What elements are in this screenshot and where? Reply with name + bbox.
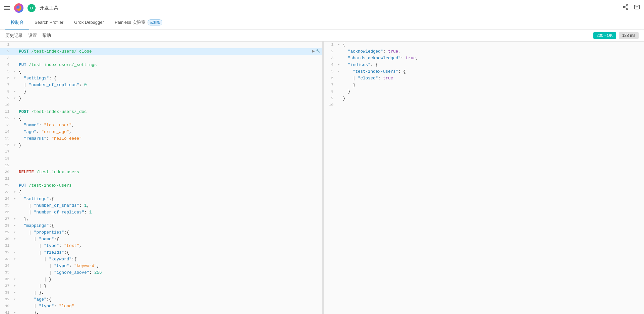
code-line[interactable]: 22PUT /test-index-users — [0, 182, 322, 189]
fold-gutter[interactable] — [12, 243, 17, 243]
code-line[interactable]: 27▾ }, — [0, 216, 322, 223]
fold-gutter[interactable] — [12, 182, 17, 183]
fold-gutter[interactable]: ▾ — [12, 68, 17, 74]
code-line[interactable]: 14 "age": "error_age", — [0, 129, 322, 135]
left-code-editor[interactable]: 1 2POST /test-index-users/_close▶🔧3 4PUT… — [0, 42, 322, 314]
fold-gutter[interactable] — [12, 82, 17, 82]
code-line[interactable]: 32▾ | "fields":{ — [0, 249, 322, 256]
fold-gutter[interactable]: ▾ — [12, 216, 17, 222]
code-line[interactable]: 24▾ "settings":{ — [0, 196, 322, 202]
fold-gutter[interactable] — [12, 155, 17, 156]
fold-gutter[interactable]: ▾ — [12, 196, 17, 202]
code-line[interactable]: 38▾ | }, — [0, 290, 322, 296]
fold-gutter[interactable]: ▾ — [12, 88, 17, 95]
tab-painless-lab[interactable]: Painless 实验室 公测版 — [109, 16, 168, 29]
fold-gutter[interactable] — [12, 48, 17, 49]
fold-gutter[interactable] — [12, 149, 17, 149]
code-line[interactable]: 35 | "ignore_above": 256 — [0, 269, 322, 276]
code-line[interactable]: 39▾ "age":{ — [0, 296, 322, 303]
code-line[interactable]: 37▾ | } — [0, 283, 322, 290]
fold-gutter[interactable] — [12, 202, 17, 203]
fold-gutter[interactable] — [12, 109, 17, 109]
code-line[interactable]: 2POST /test-index-users/_close▶🔧 — [0, 48, 322, 55]
share-icon[interactable] — [623, 4, 629, 12]
fold-gutter[interactable] — [12, 169, 17, 170]
code-line[interactable]: 3 — [0, 55, 322, 62]
fold-gutter[interactable] — [12, 303, 17, 304]
user-avatar[interactable]: D — [28, 4, 36, 12]
fold-gutter[interactable]: ▾ — [12, 276, 17, 282]
code-line[interactable]: 36▾ | } — [0, 276, 322, 283]
line-content — [17, 155, 322, 162]
code-line[interactable]: 34 | "type": "keyword", — [0, 263, 322, 269]
menu-icon[interactable] — [4, 6, 10, 10]
fold-gutter[interactable] — [12, 263, 17, 263]
code-line[interactable]: 12▾{ — [0, 115, 322, 122]
fold-gutter[interactable]: ▾ — [12, 283, 17, 289]
fold-gutter[interactable]: ▾ — [12, 249, 17, 255]
fold-gutter[interactable] — [12, 102, 17, 103]
fold-gutter[interactable]: ▾ — [12, 310, 17, 314]
fold-gutter[interactable] — [12, 122, 17, 123]
code-line[interactable]: 17 — [0, 149, 322, 155]
code-line[interactable]: 31 | "type": "text", — [0, 243, 322, 249]
settings-button[interactable]: 设置 — [28, 33, 37, 39]
fold-gutter[interactable]: ▾ — [12, 95, 17, 101]
fold-gutter[interactable] — [12, 135, 17, 136]
left-editor-panel[interactable]: 1 2POST /test-index-users/_close▶🔧3 4PUT… — [0, 42, 322, 314]
code-line[interactable]: 29▾ | "properties":{ — [0, 229, 322, 236]
fold-gutter[interactable]: ▾ — [12, 75, 17, 81]
code-line[interactable]: 30▾ | "name":{ — [0, 236, 322, 243]
fold-gutter[interactable] — [12, 162, 17, 163]
code-line[interactable]: 16▾} — [0, 142, 322, 149]
code-line[interactable]: 11POST /test-index-users/_doc — [0, 109, 322, 115]
history-button[interactable]: 历史记录 — [5, 33, 23, 39]
code-line[interactable]: 21 — [0, 176, 322, 182]
wrench-button[interactable]: 🔧 — [316, 49, 321, 53]
code-line[interactable]: 41▾ }, — [0, 310, 322, 314]
fold-gutter[interactable]: ▾ — [12, 256, 17, 262]
code-line[interactable]: 15 "remarks": "hello eeee" — [0, 135, 322, 142]
code-line[interactable]: 25 | "number_of_shards": 1, — [0, 202, 322, 209]
code-line[interactable]: 4PUT /test-index-users/_settings — [0, 62, 322, 68]
fold-gutter[interactable]: ▾ — [12, 142, 17, 148]
code-line[interactable]: 6▾ "settings": { — [0, 75, 322, 82]
fold-gutter[interactable] — [12, 62, 17, 62]
mail-icon[interactable] — [634, 4, 640, 12]
code-line[interactable]: 18 — [0, 155, 322, 162]
code-line[interactable]: 7 | "number_of_replicas": 0 — [0, 82, 322, 88]
code-line[interactable]: 8▾ } — [0, 88, 322, 95]
code-line[interactable]: 19 — [0, 162, 322, 169]
code-line[interactable]: 26 | "number_of_replicas": 1 — [0, 209, 322, 216]
fold-gutter[interactable] — [12, 42, 17, 42]
fold-gutter[interactable]: ▾ — [12, 223, 17, 229]
code-line[interactable]: 13 "name": "test user", — [0, 122, 322, 129]
code-line[interactable]: 5▾{ — [0, 68, 322, 75]
fold-gutter[interactable] — [12, 55, 17, 56]
run-button[interactable]: ▶ — [312, 49, 315, 53]
fold-gutter[interactable]: ▾ — [12, 229, 17, 235]
fold-gutter[interactable]: ▾ — [12, 189, 17, 195]
code-line[interactable]: 20DELETE /test-index-users — [0, 169, 322, 176]
code-line[interactable]: 33▾ | "keyword":{ — [0, 256, 322, 263]
code-line[interactable]: 10 — [0, 102, 322, 109]
tab-grok-debugger[interactable]: Grok Debugger — [69, 16, 109, 29]
help-button[interactable]: 帮助 — [42, 33, 51, 39]
tab-console[interactable]: 控制台 — [5, 16, 29, 29]
fold-gutter[interactable] — [12, 176, 17, 176]
fold-gutter[interactable] — [12, 269, 17, 270]
fold-gutter[interactable]: ▾ — [12, 290, 17, 296]
code-line[interactable]: 28▾ "mappings":{ — [0, 223, 322, 229]
code-line[interactable]: 9▾} — [0, 95, 322, 102]
tab-search-profiler[interactable]: Search Profiler — [29, 16, 69, 29]
code-line[interactable]: 40 | "type": "long" — [0, 303, 322, 310]
code-line[interactable]: 23▾{ — [0, 189, 322, 196]
line-content: | "number_of_shards": 1, — [17, 202, 322, 209]
fold-gutter[interactable]: ▾ — [12, 115, 17, 121]
fold-gutter[interactable]: ▾ — [12, 236, 17, 242]
line-number: 12 — [0, 115, 12, 122]
fold-gutter[interactable]: ▾ — [12, 296, 17, 302]
fold-gutter[interactable] — [12, 209, 17, 210]
fold-gutter[interactable] — [12, 129, 17, 129]
code-line[interactable]: 1 — [0, 42, 322, 48]
